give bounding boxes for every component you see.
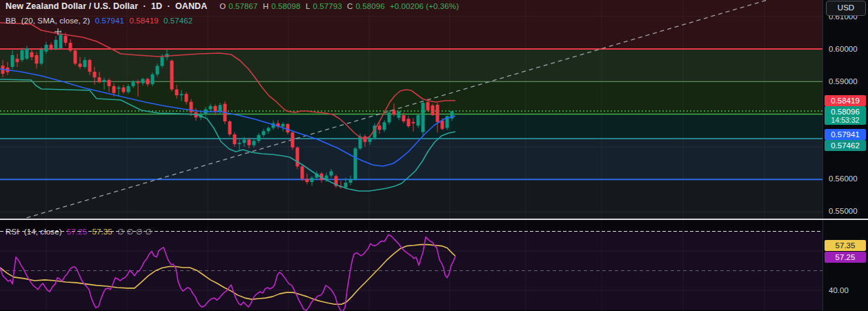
candle-body bbox=[55, 40, 58, 49]
price-axis-label: 0.56000 bbox=[829, 174, 858, 183]
candle-body bbox=[151, 74, 155, 84]
bb-name: BB bbox=[6, 17, 17, 25]
candle-body bbox=[397, 112, 401, 118]
bb-upper-value: 0.58419 bbox=[129, 17, 158, 25]
price-axis-badge: 0.57941 bbox=[825, 129, 866, 140]
rsi-indicator-legend-row[interactable]: RSI (14, close) 57.25 57.35 ∅ ∅ ∅ ∅ bbox=[6, 227, 155, 237]
candle-body bbox=[59, 34, 63, 48]
price-axis-badge: 0.57462 bbox=[825, 140, 866, 151]
candle-body bbox=[122, 88, 126, 92]
title-separator-2: · bbox=[167, 1, 170, 11]
rsi-value-purple: 57.25 bbox=[67, 228, 87, 236]
candle-body bbox=[267, 128, 270, 131]
candle-body bbox=[233, 134, 237, 144]
title-separator-1: · bbox=[143, 1, 146, 11]
candle-body bbox=[161, 57, 164, 66]
currency-unit-button[interactable]: USD bbox=[826, 1, 866, 16]
candle-body bbox=[88, 60, 92, 72]
symbol-legend-row[interactable]: New Zealand Dollar / U.S. Dollar · 1D · … bbox=[6, 1, 462, 11]
candle-body bbox=[180, 94, 184, 95]
candle-body bbox=[228, 121, 232, 134]
candle-body bbox=[50, 45, 53, 49]
candle-body bbox=[296, 148, 299, 166]
candle-body bbox=[407, 119, 411, 126]
candle-body bbox=[426, 102, 430, 110]
price-axis-label: 0.55000 bbox=[829, 206, 858, 216]
candle-body bbox=[257, 135, 261, 141]
candle-body bbox=[368, 138, 372, 142]
candle-body bbox=[137, 82, 140, 83]
bb-lower-value: 0.57462 bbox=[164, 17, 193, 25]
candle-body bbox=[344, 183, 348, 188]
price-pane bbox=[0, 0, 822, 220]
candle-body bbox=[354, 148, 357, 179]
candle-body bbox=[282, 124, 285, 127]
candle-body bbox=[93, 72, 97, 77]
candle-body bbox=[402, 115, 406, 121]
price-axis-label: 40.00 bbox=[829, 285, 849, 295]
close-value: 0.58096 bbox=[355, 2, 384, 10]
close-label: C bbox=[347, 2, 353, 10]
rsi-axis-badge: 57.35 bbox=[825, 240, 866, 251]
price-axis-badge: 0.5809614:53:32 bbox=[825, 106, 866, 125]
rsi-name: RSI bbox=[6, 228, 19, 236]
candle-body bbox=[393, 110, 396, 114]
candle-body bbox=[431, 106, 435, 115]
candle-body bbox=[74, 50, 77, 63]
high-label: H bbox=[263, 2, 268, 10]
candle-body bbox=[83, 60, 87, 67]
low-value: 0.57793 bbox=[313, 2, 342, 10]
price-scale-axis[interactable]: 0.610000.600000.590000.560000.5500040.00… bbox=[822, 0, 868, 311]
candle-body bbox=[98, 77, 101, 82]
bb-indicator-legend-row[interactable]: BB (20, SMA, close, 2) 0.57941 0.58419 0… bbox=[6, 17, 195, 25]
candle-body bbox=[286, 124, 290, 132]
candle-body bbox=[262, 131, 266, 135]
candle-body bbox=[30, 52, 34, 57]
price-zone bbox=[0, 114, 822, 139]
candle-body bbox=[388, 112, 391, 122]
candle-body bbox=[132, 81, 135, 86]
candle-body bbox=[117, 88, 121, 89]
candle-body bbox=[21, 50, 24, 60]
price-axis-label: 0.60000 bbox=[829, 44, 858, 54]
interval-label[interactable]: 1D bbox=[151, 1, 162, 11]
candle-body bbox=[79, 63, 82, 67]
exchange-label: OANDA bbox=[175, 1, 207, 11]
pane-separator-handle[interactable] bbox=[0, 219, 868, 220]
candle-body bbox=[248, 139, 251, 145]
open-label: O bbox=[219, 2, 226, 10]
candle-body bbox=[238, 143, 241, 144]
candle-body bbox=[146, 79, 150, 85]
candle-body bbox=[26, 48, 29, 59]
candle-body bbox=[301, 166, 304, 179]
change-value: +0.00206 (+0.36%) bbox=[390, 2, 459, 10]
chart-canvas[interactable] bbox=[0, 0, 868, 311]
candle-body bbox=[349, 179, 353, 183]
candle-body bbox=[127, 86, 130, 92]
candle-body bbox=[306, 179, 309, 182]
candle-body bbox=[291, 132, 295, 148]
candle-body bbox=[170, 61, 174, 90]
rsi-empty-values: ∅ ∅ ∅ ∅ bbox=[117, 228, 152, 236]
candle-body bbox=[45, 45, 48, 52]
rsi-axis-badge: 57.25 bbox=[825, 252, 866, 263]
bb-params: (20, SMA, close, 2) bbox=[21, 17, 90, 25]
candle-body bbox=[156, 66, 159, 74]
high-value: 0.58098 bbox=[271, 2, 300, 10]
candle-body bbox=[253, 141, 256, 145]
countdown-timer: 14:53:32 bbox=[825, 116, 866, 125]
candle-body bbox=[103, 80, 106, 81]
candle-body bbox=[16, 59, 19, 62]
candle-body bbox=[436, 105, 440, 122]
candle-body bbox=[64, 36, 68, 43]
candle-body bbox=[417, 115, 420, 126]
candle-body bbox=[209, 106, 213, 110]
candle-body bbox=[214, 106, 217, 112]
open-value: 0.57867 bbox=[228, 2, 257, 10]
candle-body bbox=[175, 90, 179, 96]
candle-body bbox=[35, 55, 39, 63]
bb-basis-value: 0.57941 bbox=[95, 17, 124, 25]
rsi-params: (14, close) bbox=[24, 228, 62, 236]
price-axis-badge: 0.58419 bbox=[825, 95, 866, 106]
symbol-title[interactable]: New Zealand Dollar / U.S. Dollar bbox=[6, 1, 138, 11]
